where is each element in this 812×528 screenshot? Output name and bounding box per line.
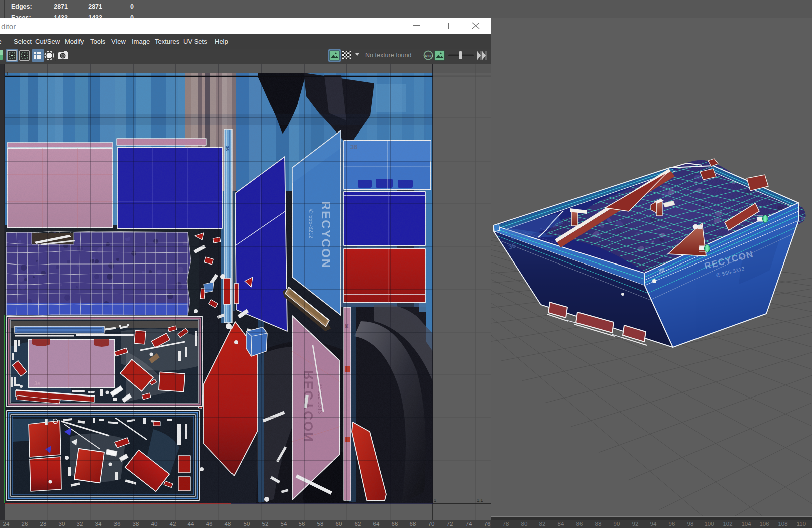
svg-text:1: 1 — [434, 498, 436, 503]
svg-text:RGB: RGB — [425, 54, 433, 58]
svg-text:No texture found: No texture found — [365, 52, 411, 59]
svg-text:1: 1 — [6, 71, 9, 76]
svg-text:1.1: 1.1 — [477, 498, 483, 503]
